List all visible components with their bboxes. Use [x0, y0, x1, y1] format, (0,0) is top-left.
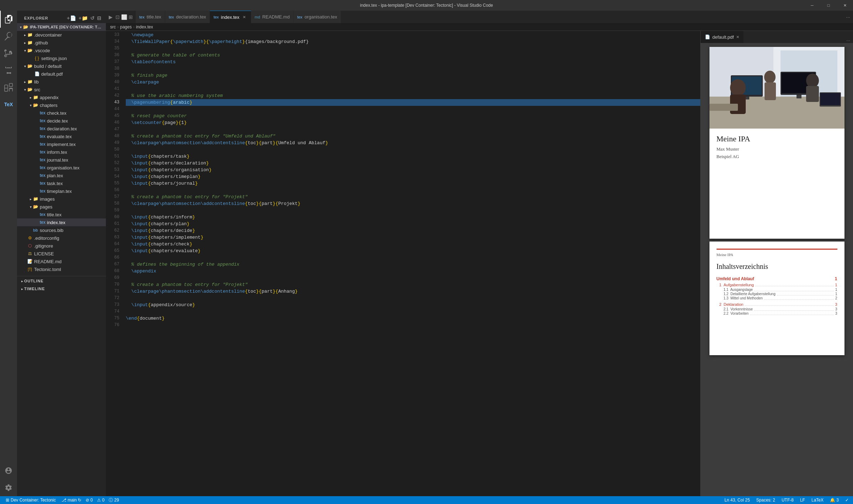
project-root[interactable]: ▾ 📂 IPA-TEMPLATE [DEV CONTAINER: TECTONI…: [17, 23, 106, 31]
sidebar-item-vscode[interactable]: ▾ 📂 .vscode: [17, 47, 106, 54]
warnings-item[interactable]: ⚠ 0: [96, 498, 106, 503]
task-tex-icon: tex: [40, 180, 45, 186]
sidebar-item-inform-tex[interactable]: tex inform.tex: [17, 148, 106, 156]
source-control-activity-icon[interactable]: [0, 45, 17, 62]
pdf-toc-dots-2-2: [750, 311, 834, 315]
sidebar-item-task-tex[interactable]: tex task.tex: [17, 179, 106, 187]
title-tex-label: title.tex: [47, 212, 103, 217]
sidebar-item-github[interactable]: ▸ 📁 .github: [17, 39, 106, 47]
run-button[interactable]: ▶: [109, 14, 113, 20]
code-area[interactable]: \newpage \TileWallPaper{\paperwidth}{\pa…: [123, 31, 700, 496]
sidebar-item-index-tex[interactable]: tex index.tex: [17, 218, 106, 226]
breadcrumb-src[interactable]: src: [110, 25, 116, 29]
sidebar-item-tectonic-toml[interactable]: [T] Tectonic.toml: [17, 265, 106, 273]
code-editor[interactable]: 33 34 35 36 37 38 39 40 41 42 43 44 45 4…: [106, 31, 700, 496]
branch-item[interactable]: ⎇ main ↻: [60, 498, 83, 503]
sidebar-item-images[interactable]: ▸ 📁 images: [17, 195, 106, 203]
explorer-activity-icon[interactable]: [0, 11, 17, 28]
feedback-item[interactable]: 🔔 3: [828, 498, 840, 503]
line-ending-item[interactable]: LF: [799, 498, 806, 503]
tab-readme[interactable]: md README.md: [251, 11, 294, 23]
tab-declaration-tex[interactable]: tex declaration.tex: [165, 11, 210, 23]
more-actions-icon[interactable]: ···: [846, 14, 850, 20]
sidebar-item-check-tex[interactable]: tex check.tex: [17, 109, 106, 117]
sidebar-item-default-pdf[interactable]: ▸ 📄 default.pdf: [17, 70, 106, 78]
timeline-toggle[interactable]: ▸ TIMELINE: [17, 285, 106, 293]
sidebar-item-organisation-tex[interactable]: tex organisation.tex: [17, 164, 106, 172]
info-item[interactable]: ⓘ 29: [107, 497, 120, 503]
code-line-57: % create a phantom toc entry for "Projek…: [126, 194, 700, 200]
sidebar-item-editorconfig[interactable]: ⚙ .editorconfig: [17, 234, 106, 242]
sidebar-item-license[interactable]: ⚖ LICENSE: [17, 250, 106, 258]
sidebar-item-readme[interactable]: 📝 README.md: [17, 258, 106, 265]
extensions-activity-icon[interactable]: [0, 79, 17, 96]
sidebar-item-journal-tex[interactable]: tex journal.tex: [17, 156, 106, 164]
language-item[interactable]: LaTeX: [810, 498, 825, 503]
tab-organisation-tex[interactable]: tex organisation.tex: [293, 11, 341, 23]
run-activity-icon[interactable]: [0, 62, 17, 79]
sidebar-item-plan-tex[interactable]: tex plan.tex: [17, 172, 106, 179]
pdf-tab-default[interactable]: 📄 default.pdf ✕: [701, 31, 744, 43]
sidebar-item-src[interactable]: ▾ 📂 src: [17, 86, 106, 93]
sidebar-item-sources-bib[interactable]: bib sources.bib: [17, 226, 106, 234]
breadcrumb-pages[interactable]: pages: [120, 25, 132, 29]
collapse-icon[interactable]: ⊟: [97, 15, 102, 21]
remote-indicator[interactable]: ⊞ Dev Container: Tectonic: [3, 496, 59, 504]
breadcrumb-file[interactable]: index.tex: [136, 25, 153, 29]
sidebar-item-timeplan-tex[interactable]: tex timeplan.tex: [17, 187, 106, 195]
sidebar-item-settings-json[interactable]: ▸ { } settings.json: [17, 54, 106, 62]
sidebar-item-chapters[interactable]: ▾ 📂 chapters: [17, 101, 106, 109]
tab-index-close[interactable]: ✕: [242, 14, 247, 20]
tab-declaration-label: declaration.tex: [176, 14, 206, 20]
encoding-item[interactable]: UTF-8: [780, 498, 795, 503]
toggle-panel-button[interactable]: ⬜: [121, 14, 127, 20]
sidebar-item-lib[interactable]: ▸ 📁 lib: [17, 78, 106, 86]
tab-index-icon: tex: [214, 15, 219, 19]
sidebar-item-pages[interactable]: ▾ 📂 pages: [17, 203, 106, 211]
close-button[interactable]: ✕: [837, 0, 853, 11]
settings-icon[interactable]: [0, 479, 17, 496]
tab-index-tex[interactable]: tex index.tex ✕: [210, 11, 251, 23]
position-item[interactable]: Ln 43, Col 25: [723, 498, 751, 503]
sidebar-item-declaration-tex[interactable]: tex declaration.tex: [17, 125, 106, 132]
errors-item[interactable]: ⊘ 0: [84, 498, 94, 503]
svg-rect-12: [806, 86, 819, 102]
svg-rect-14: [765, 82, 776, 100]
pdf-more-actions[interactable]: ···: [846, 38, 850, 43]
sidebar-item-implement-tex[interactable]: tex implement.tex: [17, 140, 106, 148]
code-line-42: % use the arabic numbering system: [126, 92, 700, 99]
search-activity-icon[interactable]: [0, 28, 17, 45]
sidebar-item-title-tex[interactable]: tex title.tex: [17, 211, 106, 218]
pdf-toc-sub-1-3-page: 2: [835, 296, 837, 300]
customize-layout-button[interactable]: ⊞: [129, 14, 133, 20]
new-file-icon[interactable]: +📄: [67, 15, 76, 21]
line-71: 71: [106, 288, 119, 295]
minimize-button[interactable]: ─: [804, 0, 820, 11]
account-icon[interactable]: [0, 462, 17, 479]
devcontainer-icon: 📁: [27, 32, 33, 38]
sidebar: Explorer +📄 +📁 ↺ ⊟ ▾ 📂 IPA-TEMPLATE [DEV…: [17, 11, 106, 496]
code-line-47: [126, 126, 700, 133]
check-item[interactable]: ✓: [844, 498, 850, 503]
sidebar-item-evaluate-tex[interactable]: tex evaluate.tex: [17, 132, 106, 140]
sidebar-item-appendix[interactable]: ▸ 📁 appendix: [17, 93, 106, 101]
latex-workshop-icon[interactable]: TeX: [0, 96, 17, 113]
split-editor-button[interactable]: ⊡: [115, 14, 120, 20]
new-folder-icon[interactable]: +📁: [79, 15, 88, 21]
outline-toggle[interactable]: ▸ OUTLINE: [17, 277, 106, 285]
spaces-item[interactable]: Spaces: 2: [755, 498, 777, 503]
refresh-icon[interactable]: ↺: [90, 15, 95, 21]
json-icon: { }: [34, 55, 40, 61]
svg-point-15: [730, 79, 746, 96]
pdf-tab-close[interactable]: ✕: [736, 35, 739, 39]
pdf-content[interactable]: Meine IPA Max Muster Beispiel AG Meine I…: [701, 43, 853, 496]
restore-button[interactable]: □: [820, 0, 837, 11]
chapters-folder-icon: 📂: [33, 102, 38, 108]
sidebar-item-build[interactable]: ▾ 📂 build / default: [17, 62, 106, 70]
tab-title-tex[interactable]: tex title.tex: [136, 11, 165, 23]
sidebar-item-decide-tex[interactable]: tex decide.tex: [17, 117, 106, 125]
errors-label: ⊘ 0: [86, 498, 93, 503]
sidebar-item-gitignore[interactable]: ⬡ .gitignore: [17, 242, 106, 250]
status-right: Ln 43, Col 25 Spaces: 2 UTF-8 LF LaTeX 🔔…: [723, 498, 850, 503]
sidebar-item-devcontainer[interactable]: ▸ 📁 .devcontainer: [17, 31, 106, 39]
